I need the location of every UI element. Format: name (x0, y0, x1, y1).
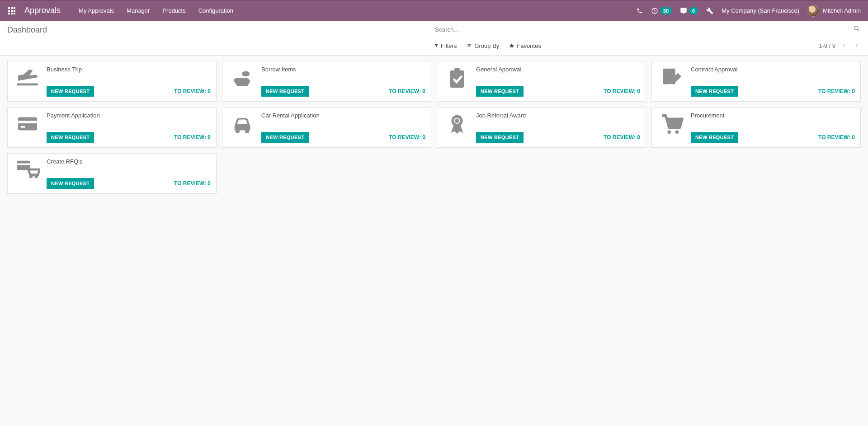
phone-icon[interactable] (637, 8, 643, 14)
new-request-button[interactable]: NEW REQUEST (476, 132, 524, 143)
search-wrap (434, 24, 861, 35)
sign-icon (657, 66, 686, 97)
to-review-link[interactable]: TO REVIEW: 0 (604, 88, 640, 94)
approval-card: General Approval NEW REQUEST TO REVIEW: … (437, 61, 646, 102)
to-review-link[interactable]: TO REVIEW: 0 (389, 134, 425, 140)
new-request-button[interactable]: NEW REQUEST (476, 86, 524, 97)
new-request-button[interactable]: NEW REQUEST (261, 86, 309, 97)
approval-card: Business Trip NEW REQUEST TO REVIEW: 0 (7, 61, 217, 102)
approval-card: Car Rental Application NEW REQUEST TO RE… (222, 107, 431, 148)
nav-link-my-approvals[interactable]: My Approvals (79, 7, 114, 14)
new-request-button[interactable]: NEW REQUEST (47, 178, 94, 189)
card-title[interactable]: Payment Application (47, 112, 211, 119)
svg-rect-4 (11, 10, 13, 12)
card-icon (13, 112, 42, 143)
svg-rect-3 (8, 10, 10, 12)
card-title[interactable]: Procurement (691, 112, 855, 119)
filter-icon (434, 43, 439, 48)
new-request-button[interactable]: NEW REQUEST (261, 132, 309, 143)
messages-badge: 6 (689, 7, 698, 14)
nav-links: My Approvals Manager Products Configurat… (79, 7, 233, 14)
hand-icon (228, 66, 257, 97)
user-menu[interactable]: Mitchell Admin (807, 5, 861, 17)
activities-button[interactable]: 30 (651, 7, 672, 14)
list-icon (467, 43, 472, 48)
svg-rect-6 (8, 13, 10, 14)
kanban-grid: Business Trip NEW REQUEST TO REVIEW: 0 B… (0, 56, 868, 199)
breadcrumb: Dashboard (7, 25, 434, 35)
to-review-link[interactable]: TO REVIEW: 0 (604, 134, 640, 140)
company-selector[interactable]: My Company (San Francisco) (722, 7, 799, 14)
approval-card: Payment Application NEW REQUEST TO REVIE… (7, 107, 217, 148)
card-title[interactable]: Job Referral Award (476, 112, 640, 119)
navbar-right: 30 6 My Company (San Francisco) Mitchell… (637, 5, 861, 17)
filters-label: Filters (441, 42, 457, 49)
new-request-button[interactable]: NEW REQUEST (47, 86, 94, 97)
new-request-button[interactable]: NEW REQUEST (691, 132, 738, 143)
svg-rect-8 (14, 13, 15, 14)
card-title[interactable]: Business Trip (47, 66, 211, 73)
favorites-label: Favorites (517, 42, 541, 49)
favorites-button[interactable]: Favorites (509, 42, 541, 49)
pager-next[interactable] (853, 41, 861, 51)
approval-card: Create RFQ's NEW REQUEST TO REVIEW: 0 (7, 153, 217, 194)
groupby-button[interactable]: Group By (467, 42, 499, 49)
approval-card: Procurement NEW REQUEST TO REVIEW: 0 (651, 107, 861, 148)
nav-link-products[interactable]: Products (162, 7, 185, 14)
card-title[interactable]: General Approval (476, 66, 640, 73)
debug-icon[interactable] (706, 7, 713, 14)
svg-line-11 (858, 29, 859, 31)
card-title[interactable]: Car Rental Application (261, 112, 425, 119)
svg-point-10 (854, 26, 858, 30)
avatar-icon (807, 5, 819, 17)
svg-rect-7 (11, 13, 13, 14)
navbar: Approvals My Approvals Manager Products … (0, 0, 868, 21)
brand-title[interactable]: Approvals (24, 6, 61, 15)
new-request-button[interactable]: NEW REQUEST (47, 132, 94, 143)
pager-text[interactable]: 1-9 / 9 (819, 42, 835, 49)
pager-prev[interactable] (840, 41, 848, 51)
cart-icon (657, 112, 686, 143)
chevron-left-icon (842, 42, 846, 49)
svg-rect-5 (14, 10, 15, 12)
approval-card: Borrow Items NEW REQUEST TO REVIEW: 0 (222, 61, 431, 102)
rfq-icon (13, 158, 42, 189)
new-request-button[interactable]: NEW REQUEST (691, 86, 738, 97)
to-review-link[interactable]: TO REVIEW: 0 (174, 134, 211, 140)
activities-badge: 30 (660, 7, 672, 14)
svg-rect-0 (8, 7, 10, 9)
svg-rect-1 (11, 7, 13, 9)
filter-bar: Filters Group By Favorites (434, 42, 541, 49)
to-review-link[interactable]: TO REVIEW: 0 (818, 88, 855, 94)
to-review-link[interactable]: TO REVIEW: 0 (174, 88, 211, 94)
messages-button[interactable]: 6 (680, 7, 698, 14)
user-name: Mitchell Admin (823, 7, 861, 14)
to-review-link[interactable]: TO REVIEW: 0 (389, 88, 425, 94)
search-input[interactable] (434, 24, 861, 35)
car-icon (228, 112, 257, 143)
groupby-label: Group By (474, 42, 499, 49)
control-panel: Dashboard Filters Group By Favorites 1-9… (0, 21, 868, 56)
approval-card: Job Referral Award NEW REQUEST TO REVIEW… (437, 107, 646, 148)
star-icon (509, 43, 514, 48)
to-review-link[interactable]: TO REVIEW: 0 (174, 180, 211, 187)
card-title[interactable]: Contract Approval (691, 66, 855, 73)
award-icon (443, 112, 472, 143)
clipboard-icon (443, 66, 472, 97)
to-review-link[interactable]: TO REVIEW: 0 (818, 134, 855, 140)
card-title[interactable]: Create RFQ's (47, 158, 211, 165)
filters-button[interactable]: Filters (434, 42, 457, 49)
pager: 1-9 / 9 (819, 41, 861, 51)
apps-icon[interactable] (7, 6, 16, 15)
plane-icon (13, 66, 42, 97)
card-title[interactable]: Borrow Items (261, 66, 425, 73)
nav-link-configuration[interactable]: Configuration (198, 7, 233, 14)
svg-rect-2 (14, 7, 15, 9)
chevron-right-icon (854, 42, 859, 49)
search-icon[interactable] (854, 25, 860, 32)
nav-link-manager[interactable]: Manager (127, 7, 150, 14)
approval-card: Contract Approval NEW REQUEST TO REVIEW:… (651, 61, 861, 102)
